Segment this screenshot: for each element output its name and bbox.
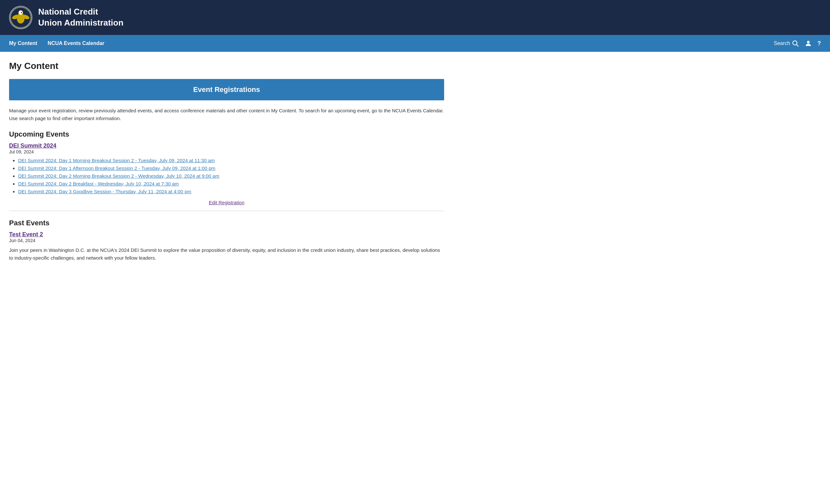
session-link-1[interactable]: DEI Summit 2024: Day 1 Morning Breakout … bbox=[18, 158, 215, 163]
search-label[interactable]: Search bbox=[774, 40, 790, 46]
svg-point-5 bbox=[19, 10, 23, 15]
edit-registration-wrapper: Edit Registration bbox=[9, 200, 444, 206]
section-divider bbox=[9, 211, 444, 211]
search-button[interactable]: Search bbox=[774, 39, 799, 47]
upcoming-events-heading: Upcoming Events bbox=[9, 130, 444, 138]
list-item: DEI Summit 2024: Day 2 Breakfast - Wedne… bbox=[18, 181, 444, 187]
svg-point-11 bbox=[807, 41, 809, 43]
session-link-4[interactable]: DEI Summit 2024: Day 2 Breakfast - Wedne… bbox=[18, 181, 179, 186]
session-link-3[interactable]: DEI Summit 2024: Day 2 Morning Breakout … bbox=[18, 173, 219, 179]
session-link-5[interactable]: DEI Summit 2024: Day 3 Goodbye Session -… bbox=[18, 189, 191, 194]
svg-line-10 bbox=[797, 45, 799, 46]
org-name: National Credit Union Administration bbox=[38, 6, 123, 29]
org-logo bbox=[9, 6, 32, 29]
list-item: DEI Summit 2024: Day 2 Morning Breakout … bbox=[18, 173, 444, 179]
user-icon[interactable] bbox=[804, 39, 812, 47]
list-item: DEI Summit 2024: Day 1 Afternoon Breakou… bbox=[18, 165, 444, 171]
page-description: Manage your event registration, review p… bbox=[9, 107, 444, 122]
event-registrations-banner: Event Registrations bbox=[9, 79, 444, 100]
dei-summit-2024-date: Jul 09, 2024 bbox=[9, 149, 444, 154]
dei-summit-2024-link[interactable]: DEI Summit 2024 bbox=[9, 143, 56, 149]
search-icon bbox=[792, 39, 799, 47]
page-title: My Content bbox=[9, 61, 444, 71]
list-item: DEI Summit 2024: Day 1 Morning Breakout … bbox=[18, 158, 444, 163]
svg-point-7 bbox=[21, 12, 22, 13]
nav-ncua-events-calendar[interactable]: NCUA Events Calendar bbox=[47, 35, 104, 52]
upcoming-event-dei-summit: DEI Summit 2024 Jul 09, 2024 DEI Summit … bbox=[9, 143, 444, 206]
nav-my-content[interactable]: My Content bbox=[9, 35, 37, 52]
main-content: My Content Event Registrations Manage yo… bbox=[0, 52, 453, 280]
session-link-2[interactable]: DEI Summit 2024: Day 1 Afternoon Breakou… bbox=[18, 165, 215, 171]
edit-registration-link[interactable]: Edit Registration bbox=[209, 200, 245, 205]
help-button[interactable]: ? bbox=[818, 40, 821, 47]
test-event-2-date: Jun 04, 2024 bbox=[9, 238, 444, 243]
navbar-left: My Content NCUA Events Calendar bbox=[9, 35, 104, 52]
list-item: DEI Summit 2024: Day 3 Goodbye Session -… bbox=[18, 189, 444, 194]
test-event-2-link[interactable]: Test Event 2 bbox=[9, 231, 43, 238]
navigation-bar: My Content NCUA Events Calendar Search ? bbox=[0, 35, 830, 52]
past-events-heading: Past Events bbox=[9, 219, 444, 227]
test-event-2-description: Join your peers in Washington D.C. at th… bbox=[9, 246, 444, 262]
site-header: National Credit Union Administration bbox=[0, 0, 830, 35]
past-event-test-event-2: Test Event 2 Jun 04, 2024 Join your peer… bbox=[9, 231, 444, 262]
navbar-right: Search ? bbox=[774, 39, 821, 47]
dei-summit-sessions-list: DEI Summit 2024: Day 1 Morning Breakout … bbox=[9, 158, 444, 194]
